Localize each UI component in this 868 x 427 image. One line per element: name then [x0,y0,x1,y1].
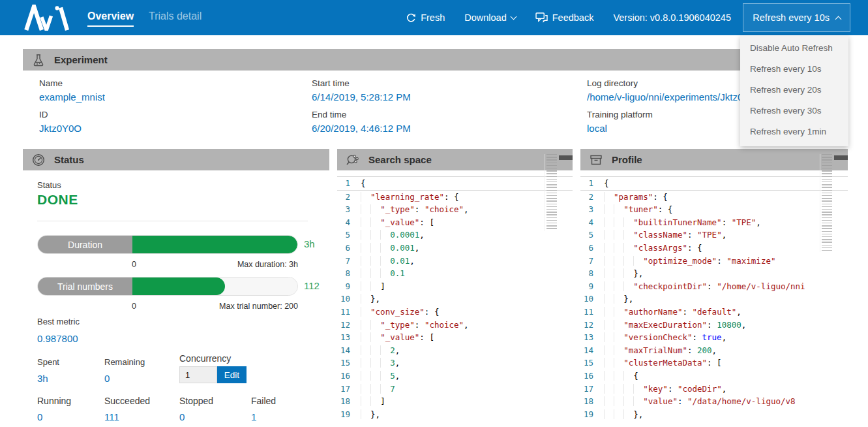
duration-progress-bar: Duration [37,235,298,254]
line-number: 3 [337,203,361,216]
code-line: 7 "optimize_mode": "maximize" [580,255,848,268]
profile-scrollbar-thumb[interactable] [834,155,848,160]
line-number: 9 [580,280,604,293]
profile-minimap[interactable] [820,154,832,252]
duration-bar-range: 0Max duration: 3h [132,260,298,269]
line-number: 3 [580,203,604,216]
search-space-minimap[interactable] [545,154,557,231]
line-number: 11 [337,306,361,319]
duration-bar-value: 3h [304,238,315,249]
concurrency-input[interactable] [179,366,217,383]
code-line: 14 2, [337,344,573,357]
navbar: Overview Trials detail Fresh Download [0,0,868,35]
code-line: 5 0.0001, [337,229,573,242]
concurrency-label: Concurrency [179,353,231,364]
stopped-value: 0 [179,411,185,422]
spent-label: Spent [37,357,59,367]
line-number: 10 [580,293,604,306]
code-line: 13 "versionCheck": true, [580,331,848,344]
flask-icon [31,53,46,67]
line-number: 13 [337,331,361,344]
menu-item-refresh-30s[interactable]: Refresh every 30s [740,101,848,121]
trial-numbers-progress-bar: Trial numbers [37,277,298,296]
line-number: 6 [580,242,604,255]
line-number: 1 [580,177,604,190]
download-menu-button[interactable]: Download [464,12,516,23]
tab-overview[interactable]: Overview [87,10,134,27]
experiment-field-training-platform: Training platform local [587,110,653,134]
code-line: 8 0.1 [337,267,573,280]
remaining-value: 0 [104,373,110,384]
search-space-scrollbar-thumb[interactable] [559,155,573,160]
status-panel-header: Status [23,149,329,170]
code-line: 18 "value": "/data/home/v-liguo/v8 [580,395,848,408]
line-number: 8 [580,267,604,280]
menu-item-disable-auto-refresh[interactable]: Disable Auto Refresh [740,38,848,59]
code-line: 17 7 [337,383,573,396]
code-line: 16 5, [337,370,573,383]
code-line: 12 "_type": "choice", [337,319,573,332]
profile-code-editor[interactable]: 1{2 "params": {3 "tuner": {4 "builtinTun… [580,172,848,427]
refresh-interval-select[interactable]: Refresh every 10s [743,3,850,32]
code-line: 3 "_type": "choice", [337,203,573,216]
code-line: 4 "_value": [ [337,216,573,229]
code-line: 7 0.01, [337,255,573,268]
spent-value: 3h [37,373,48,384]
refresh-icon [406,13,416,23]
line-number: 17 [337,383,361,396]
trial-numbers-bar-value: 112 [304,280,320,291]
line-number: 1 [337,177,361,190]
line-number: 4 [580,216,604,229]
profile-panel: Profile 1{2 "params": {3 "tuner": {4 "bu… [580,149,848,427]
experiment-panel-title: Experiment [54,54,108,65]
tab-trials-detail[interactable]: Trials detail [149,10,202,22]
line-number: 14 [580,344,604,357]
succeeded-label: Succeeded [104,396,150,406]
feedback-button[interactable]: Feedback [535,12,594,23]
line-number: 19 [337,408,361,421]
line-number: 15 [337,356,361,370]
fresh-button[interactable]: Fresh [406,12,445,23]
status-value: DONE [37,192,78,208]
chevron-up-icon [835,16,842,22]
line-number: 4 [337,216,361,229]
running-value: 0 [37,411,42,422]
menu-item-refresh-1min[interactable]: Refresh every 1min [740,121,848,142]
experiment-field-end-time: End time 6/20/2019, 4:46:12 PM [312,110,411,134]
menu-item-refresh-10s[interactable]: Refresh every 10s [740,59,848,80]
best-metric-value: 0.987800 [37,333,78,344]
line-number: 18 [337,395,361,408]
code-line: 12 "maxExecDuration": 10800, [580,319,848,332]
code-line: 6 "classArgs": { [580,242,848,255]
line-number: 16 [580,370,604,383]
experiment-panel-header: Experiment [23,49,845,71]
best-metric-label: Best metric [37,317,80,326]
code-line: 9 ] [337,280,573,293]
experiment-field-name: Name example_mnist [39,78,105,103]
navbar-actions: Fresh Download Feedback Version: v0.8.0.… [406,0,731,35]
line-number: 16 [337,370,361,383]
search-space-panel-header: Search space [337,149,573,170]
stopped-label: Stopped [179,396,213,406]
profile-panel-title: Profile [612,154,642,165]
code-line: 16 { [580,370,848,383]
code-line: 4 "builtinTunerName": "TPE", [580,216,848,229]
experiment-field-id: ID Jktz0Y0O [39,110,82,134]
status-label: Status [37,180,61,190]
concurrency-edit-button[interactable]: Edit [217,366,247,383]
archive-box-icon [589,153,603,167]
code-line: 5 "className": "TPE", [580,229,848,242]
failed-label: Failed [251,396,276,406]
status-panel-title: Status [54,154,84,165]
experiment-panel: Experiment Name example_mnist ID Jktz0Y0… [23,49,845,142]
nni-overview-page: Overview Trials detail Fresh Download [0,0,868,427]
line-number: 11 [580,306,604,319]
code-line: 14 "maxTrialNum": 200, [580,344,848,357]
menu-item-refresh-20s[interactable]: Refresh every 20s [740,80,848,101]
line-number: 5 [580,229,604,242]
code-line: 11 "conv_size": { [337,306,573,319]
search-space-code-editor[interactable]: 1{2 "learning_rate": {3 "_type": "choice… [337,172,573,427]
version-text: Version: v0.8.0.1906040245 [613,12,731,23]
code-line: 11 "authorName": "default", [580,306,848,319]
chevron-down-icon [510,14,516,20]
